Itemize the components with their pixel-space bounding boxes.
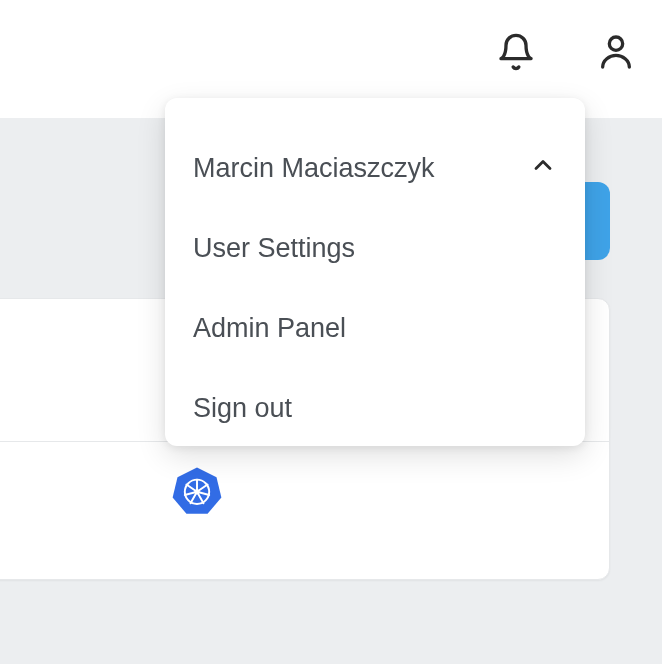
menu-item-label: Admin Panel [193,313,346,344]
menu-item-sign-out[interactable]: Sign out [165,368,585,448]
menu-item-label: User Settings [193,233,355,264]
dropdown-user-name: Marcin Maciaszczyk [193,153,435,184]
account-menu-button[interactable] [592,30,640,78]
chevron-up-icon [529,151,557,186]
account-dropdown: Marcin Maciaszczyk User Settings Admin P… [165,98,585,446]
menu-item-admin-panel[interactable]: Admin Panel [165,288,585,368]
menu-item-label: Sign out [193,393,292,424]
kubernetes-icon [171,465,223,517]
user-icon [596,32,636,76]
svg-point-10 [609,37,622,50]
menu-item-user-settings[interactable]: User Settings [165,208,585,288]
notifications-button[interactable] [492,30,540,78]
bell-icon [496,32,536,76]
dropdown-user-header[interactable]: Marcin Maciaszczyk [165,128,585,208]
